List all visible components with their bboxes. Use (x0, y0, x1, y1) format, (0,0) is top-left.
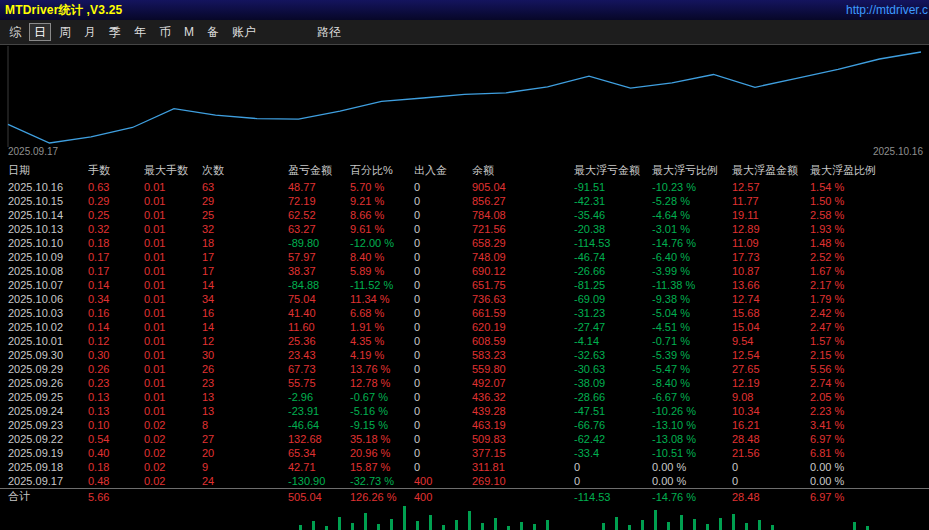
cell: 0.12 (88, 335, 144, 347)
table-row[interactable]: 2025.09.300.300.013023.434.19 %0583.23-3… (0, 348, 929, 362)
cell: 1.93 % (810, 223, 890, 235)
menu-item-账户[interactable]: 账户 (227, 23, 261, 41)
cell: 0.02 (144, 433, 202, 445)
cell: 0.30 (88, 349, 144, 361)
menu-item-年[interactable]: 年 (129, 23, 151, 41)
cell: -5.28 % (652, 195, 732, 207)
table-row[interactable]: 2025.09.290.260.012667.7313.76 %0559.80-… (0, 362, 929, 376)
cell: -46.74 (574, 251, 652, 263)
column-header: 手数 (88, 163, 144, 178)
cell: 736.63 (472, 293, 574, 305)
cell: 2.58 % (810, 209, 890, 221)
cell: 0 (414, 293, 472, 305)
menu-item-月[interactable]: 月 (79, 23, 101, 41)
table-row[interactable]: 2025.10.070.140.0114-84.88-11.52 %0651.7… (0, 278, 929, 292)
table-row[interactable]: 2025.09.250.130.0113-2.96-0.67 %0436.32-… (0, 390, 929, 404)
table-row[interactable]: 2025.10.150.290.012972.199.21 %0856.27-4… (0, 194, 929, 208)
cell: 16.21 (732, 419, 810, 431)
column-header: 百分比% (350, 163, 414, 178)
menu-item-币[interactable]: 币 (154, 23, 176, 41)
cell: 8.40 % (350, 251, 414, 263)
menu-item-季[interactable]: 季 (104, 23, 126, 41)
volume-bar (325, 526, 328, 530)
cell: 6.97 % (810, 491, 890, 503)
cell: 0 (414, 321, 472, 333)
balance-chart-svg (0, 46, 929, 158)
cell: -84.88 (288, 279, 350, 291)
cell: 505.04 (288, 491, 350, 503)
cell: 17 (202, 251, 288, 263)
cell: 2025.10.02 (8, 321, 88, 333)
table-row[interactable]: 2025.09.230.100.028-46.64-9.15 %0463.19-… (0, 418, 929, 432)
cell: 20.96 % (350, 447, 414, 459)
cell: 35.18 % (350, 433, 414, 445)
cell: 0.01 (144, 251, 202, 263)
cell: 27.65 (732, 363, 810, 375)
cell: 18 (202, 237, 288, 249)
menu-item-综[interactable]: 综 (4, 23, 26, 41)
cell: 2025.10.08 (8, 265, 88, 277)
cell: 0 (414, 223, 472, 235)
table-row[interactable]: 2025.09.220.540.0227132.6835.18 %0509.83… (0, 432, 929, 446)
cell: 24 (202, 475, 288, 487)
cell: 0.54 (88, 433, 144, 445)
table-row[interactable]: 2025.10.140.250.012562.528.66 %0784.08-3… (0, 208, 929, 222)
cell: 2025.09.24 (8, 405, 88, 417)
website-link[interactable]: http://mtdriver.c (846, 3, 929, 17)
column-header: 最大浮盈金额 (732, 163, 810, 178)
cell: 2025.10.06 (8, 293, 88, 305)
cell: -20.38 (574, 223, 652, 235)
column-header: 最大手数 (144, 163, 202, 178)
table-row[interactable]: 2025.10.060.340.013475.0411.34 %0736.63-… (0, 292, 929, 306)
table-row[interactable]: 2025.09.180.180.02942.7115.87 %0311.8100… (0, 460, 929, 474)
menu-item-周[interactable]: 周 (54, 23, 76, 41)
cell: 0 (414, 307, 472, 319)
cell: 0.14 (88, 321, 144, 333)
menu-item-日[interactable]: 日 (29, 23, 51, 41)
cell: 0 (414, 237, 472, 249)
cell: 20 (202, 447, 288, 459)
table-row[interactable]: 2025.10.010.120.011225.364.35 %0608.59-4… (0, 334, 929, 348)
cell: 12.19 (732, 377, 810, 389)
cell: 12.78 % (350, 377, 414, 389)
cell: -23.91 (288, 405, 350, 417)
cell: 439.28 (472, 405, 574, 417)
column-header: 余额 (472, 163, 574, 178)
table-row[interactable]: 2025.10.090.170.011757.978.40 %0748.09-4… (0, 250, 929, 264)
cell: 63.27 (288, 223, 350, 235)
cell: -47.51 (574, 405, 652, 417)
cell: 2.05 % (810, 391, 890, 403)
cell: 15.87 % (350, 461, 414, 473)
cell: -8.40 % (652, 377, 732, 389)
menu-item-路径[interactable]: 路径 (312, 23, 346, 41)
cell: -46.64 (288, 419, 350, 431)
table-row[interactable]: 2025.09.170.480.0224-130.90-32.73 %40026… (0, 474, 929, 488)
menu-item-备[interactable]: 备 (202, 23, 224, 41)
cell: 12.54 (732, 349, 810, 361)
cell: 38.37 (288, 265, 350, 277)
table-row[interactable]: 2025.09.260.230.012355.7512.78 %0492.07-… (0, 376, 929, 390)
cell: -6.40 % (652, 251, 732, 263)
table-row[interactable]: 2025.10.080.170.011738.375.89 %0690.12-2… (0, 264, 929, 278)
cell: 11.09 (732, 237, 810, 249)
table-row[interactable]: 2025.09.240.130.0113-23.91-5.16 %0439.28… (0, 404, 929, 418)
table-row[interactable]: 2025.10.130.320.013263.279.61 %0721.56-2… (0, 222, 929, 236)
table-row[interactable]: 2025.10.020.140.011411.601.91 %0620.19-2… (0, 320, 929, 334)
cell: 0.01 (144, 237, 202, 249)
total-row[interactable]: 合计5.66505.04126.26 %400-114.53-14.76 %28… (0, 488, 929, 505)
cell: 9.54 (732, 335, 810, 347)
cell: -33.4 (574, 447, 652, 459)
cell: 0 (414, 377, 472, 389)
table-row[interactable]: 2025.10.030.160.011641.406.68 %0661.59-3… (0, 306, 929, 320)
cell: -9.15 % (350, 419, 414, 431)
table-row[interactable]: 2025.10.100.180.0118-89.80-12.00 %0658.2… (0, 236, 929, 250)
cell: -13.10 % (652, 419, 732, 431)
table-row[interactable]: 2025.10.160.630.016348.775.70 %0905.04-9… (0, 180, 929, 194)
cell: -11.52 % (350, 279, 414, 291)
menu-item-M[interactable]: M (179, 23, 199, 41)
cell: 17 (202, 265, 288, 277)
table-row[interactable]: 2025.09.190.400.022065.3420.96 %0377.15-… (0, 446, 929, 460)
cell: 11.34 % (350, 293, 414, 305)
cell: 2025.10.13 (8, 223, 88, 235)
cell: 12 (202, 335, 288, 347)
